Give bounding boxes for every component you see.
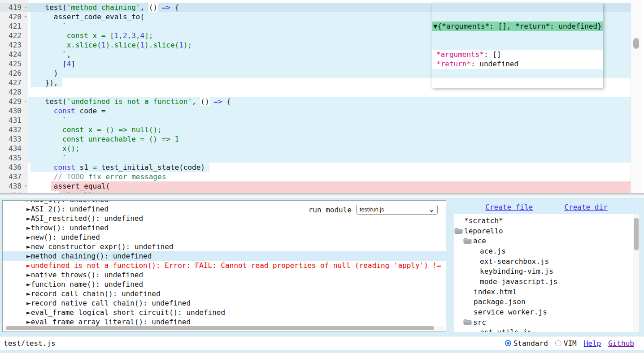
gutter-line-number[interactable]: 438▾ — [0, 181, 28, 191]
tooltip-property-value: : undefined — [471, 60, 518, 68]
gutter-line-number[interactable]: 428 — [0, 87, 28, 97]
file-tree-file[interactable]: ext-searchbox.js — [454, 256, 639, 267]
code-line-430[interactable]: const code = — [28, 106, 631, 116]
code-token: , — [118, 31, 123, 40]
test-result-item[interactable]: ►throw(): undefined — [3, 223, 446, 232]
file-tree-file[interactable]: service_worker.js — [454, 307, 639, 317]
gutter-line-number[interactable]: 433 — [0, 134, 28, 144]
file-tree-file[interactable]: package.json — [454, 297, 639, 307]
code-token: { — [222, 97, 231, 106]
code-line-435[interactable]: ` — [28, 153, 631, 163]
code-line-438[interactable]: assert_equal( — [28, 181, 631, 191]
gutter-line-number[interactable]: 419▾ — [0, 3, 28, 12]
gutter-line-number[interactable]: 436 — [0, 163, 28, 172]
test-result-item[interactable]: ►record native call chain(): undefined — [3, 298, 446, 308]
file-tree-file[interactable]: ace.js — [454, 246, 639, 256]
fold-toggle-icon[interactable]: ▾ — [25, 12, 27, 22]
test-result-item[interactable]: ►method chaining(): undefined — [3, 251, 446, 261]
test-result-item[interactable]: ►ASI_restrited(): undefined — [3, 214, 446, 223]
test-result-item[interactable]: ►eval_frame array_literal(): undefined — [3, 317, 446, 327]
code-token: assert_equal( — [54, 182, 110, 190]
github-link[interactable]: Github — [608, 339, 634, 348]
gutter-line-number[interactable]: 432 — [0, 125, 28, 134]
file-tree-label: ace.js — [480, 247, 506, 255]
run-module-select[interactable]: test/run.js ⌄ — [356, 205, 438, 215]
file-tree-scrollbar-thumb[interactable] — [634, 218, 639, 250]
code-editor[interactable]: 419▾420▾421422423424425426427428429▾4304… — [0, 0, 644, 198]
file-tree-file[interactable]: *scratch* — [454, 215, 639, 226]
editor-vertical-scrollbar[interactable] — [631, 0, 641, 193]
code-line-text: }), — [28, 78, 58, 87]
gutter-line-number[interactable]: 422 — [0, 31, 28, 40]
code-line-436[interactable]: const s1 = test_initial_state(code) — [28, 163, 631, 172]
gutter-line-number[interactable]: 420▾ — [0, 12, 28, 22]
file-tree-file[interactable]: ast_utils.js — [454, 327, 639, 332]
editor-horizontal-scrollbar[interactable] — [0, 193, 644, 198]
gutter-line-number[interactable]: 423 — [0, 40, 28, 50]
gutter-line-number[interactable]: 421 — [0, 22, 28, 31]
run-module-control: run module test/run.js ⌄ — [309, 205, 438, 215]
fold-toggle-icon[interactable]: ▾ — [25, 97, 27, 106]
test-result-item[interactable]: ►eval_frame logical short circuit(): und… — [3, 308, 446, 317]
gutter-line-number[interactable]: 435 — [0, 153, 28, 163]
code-line-429[interactable]: test('undefined is not a function', () =… — [28, 97, 631, 106]
create-file-link[interactable]: Create file — [485, 203, 533, 211]
code-line-text: const code = — [28, 107, 105, 115]
results-horizontal-scrollbar-thumb[interactable] — [6, 326, 434, 330]
gutter-line-number[interactable]: 431 — [0, 116, 28, 125]
keybinding-mode-label: VIM — [564, 339, 577, 348]
results-horizontal-scrollbar[interactable] — [4, 326, 445, 331]
file-tree-scrollbar[interactable] — [633, 214, 639, 332]
code-line-434[interactable]: x(); — [28, 144, 631, 153]
arrow-function-params: () — [200, 97, 209, 106]
code-line-437[interactable]: // TODO fix error messages — [28, 172, 631, 181]
file-tree-folder[interactable]: src — [454, 317, 639, 327]
test-results-list: ►ASI_1(): undefined►ASI_2(): undefined►A… — [3, 201, 446, 327]
file-tree-file[interactable]: index.html — [454, 287, 639, 297]
test-result-item[interactable]: ►undefined is not a function(): Error: F… — [3, 261, 446, 270]
test-result-item[interactable]: ►new constructor expr(): undefined — [3, 242, 446, 251]
code-line-433[interactable]: const unreachable = () => 1 — [28, 134, 631, 144]
fold-toggle-icon[interactable]: ▾ — [25, 3, 27, 12]
tooltip-header[interactable]: ▼{*arguments*: [], *return*: undefined} — [432, 22, 603, 31]
test-result-item[interactable]: ►function name(): undefined — [3, 280, 446, 289]
keybinding-mode-vim[interactable]: VIM — [555, 339, 577, 348]
code-token: ` — [62, 154, 67, 162]
line-highlight — [51, 181, 631, 191]
editor-vertical-scrollbar-thumb[interactable] — [633, 38, 639, 49]
test-result-item[interactable]: ►new(): undefined — [3, 232, 446, 242]
fold-toggle-icon[interactable]: ▾ — [25, 181, 27, 191]
radio-unselected-icon[interactable] — [555, 340, 561, 346]
test-result-item[interactable]: ►native throws(): undefined — [3, 270, 446, 280]
gutter-line-number[interactable]: 424 — [0, 50, 28, 59]
code-token — [157, 3, 162, 12]
gutter-line-number[interactable]: 437 — [0, 172, 28, 181]
file-explorer-panel: Create file Create dir *scratch*leporell… — [454, 200, 639, 332]
current-file-path: test/test.js — [4, 339, 56, 348]
help-link[interactable]: Help — [584, 339, 601, 348]
code-line-text: x.slice(1).slice(1).slice(1); — [28, 41, 192, 49]
tooltip-property-row[interactable]: *arguments*: [] — [436, 50, 598, 59]
code-token: , — [127, 31, 132, 40]
code-line-428[interactable] — [28, 87, 631, 97]
gutter-line-number[interactable]: 429▾ — [0, 97, 28, 106]
gutter-line-number[interactable]: 434 — [0, 144, 28, 153]
test-result-item[interactable]: ►ASI_1(): undefined — [3, 200, 446, 204]
test-result-item[interactable]: ►record call chain(): undefined — [3, 289, 446, 298]
value-inspector-tooltip[interactable]: ▼{*arguments*: [], *return*: undefined} … — [432, 3, 603, 88]
tooltip-property-row[interactable]: *return*: undefined — [436, 59, 598, 69]
gutter-line-number[interactable]: 430 — [0, 106, 28, 116]
file-tree-folder[interactable]: leporello — [454, 226, 639, 236]
create-dir-link[interactable]: Create dir — [564, 203, 607, 211]
file-tree-file[interactable]: mode-javascript.js — [454, 276, 639, 287]
keybinding-mode-label: Standard — [513, 339, 548, 348]
gutter-line-number[interactable]: 427 — [0, 78, 28, 87]
file-tree-file[interactable]: keybinding-vim.js — [454, 266, 639, 276]
gutter-line-number[interactable]: 425 — [0, 59, 28, 69]
keybinding-mode-standard[interactable]: Standard — [505, 339, 548, 348]
code-line-431[interactable]: ` — [28, 116, 631, 125]
file-tree-folder[interactable]: ace — [454, 236, 639, 246]
code-line-432[interactable]: const x = () => null(); — [28, 125, 631, 134]
radio-selected-icon[interactable] — [505, 340, 511, 346]
gutter-line-number[interactable]: 426 — [0, 69, 28, 78]
